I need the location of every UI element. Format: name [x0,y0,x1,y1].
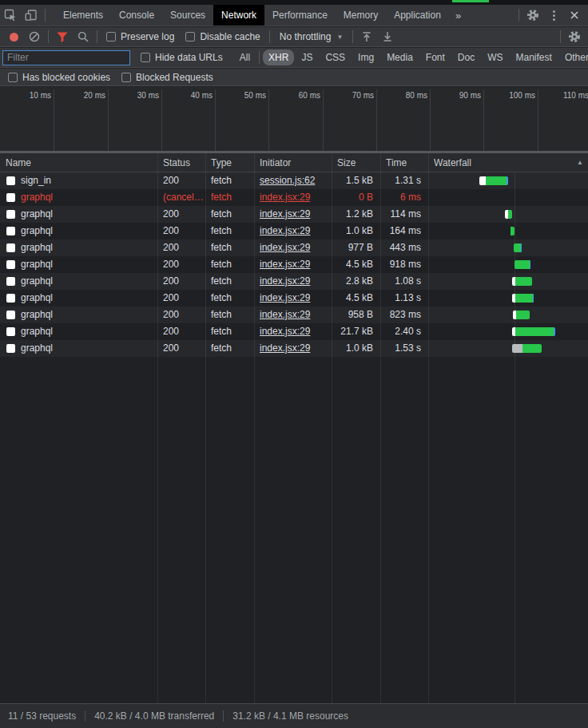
initiator-link[interactable]: index.jsx:29 [260,292,310,303]
search-button[interactable] [73,26,93,47]
requests-count: 11 / 53 requests [8,710,76,722]
filter-js[interactable]: JS [296,49,318,65]
filter-img[interactable]: Img [352,49,379,65]
table-row[interactable]: graphql 200 fetch index.jsx:29 4.5 kB 91… [0,256,588,273]
more-tabs-button[interactable]: » [449,5,467,26]
close-devtools-button[interactable] [564,5,585,26]
export-har-button[interactable] [377,26,398,47]
request-name: graphql [21,323,53,340]
waterfall-bar[interactable] [512,327,555,336]
tick-label: 80 ms [406,91,427,100]
initiator-link[interactable]: index.jsx:29 [260,259,310,270]
filter-font[interactable]: Font [420,49,451,65]
separator [45,9,46,22]
column-header-initiator[interactable]: Initiator [254,153,332,172]
inspect-element-button[interactable] [0,5,21,26]
column-header-type[interactable]: Type [205,153,254,172]
checkbox-icon [121,73,131,82]
filter-ws[interactable]: WS [482,49,508,65]
filter-input[interactable] [2,50,130,65]
table-row[interactable]: graphql 200 fetch index.jsx:29 21.7 kB 2… [0,323,588,340]
tab-application[interactable]: Application [386,5,449,26]
tick-label: 50 ms [244,91,266,100]
table-row[interactable]: graphql 200 fetch index.jsx:29 1.2 kB 11… [0,206,588,223]
more-options-button[interactable] [543,5,564,26]
column-header-waterfall[interactable]: Waterfall ▲ [428,153,588,172]
tab-console[interactable]: Console [111,5,162,26]
filter-media[interactable]: Media [381,49,419,65]
waterfall-bar[interactable] [511,227,514,235]
column-header-status[interactable]: Status [157,153,205,172]
table-row[interactable]: graphql 200 fetch index.jsx:29 1.0 kB 16… [0,223,588,239]
disable-cache-label: Disable cache [200,31,260,42]
request-name: graphql [21,189,53,206]
waterfall-bar[interactable] [505,210,512,219]
waterfall-bar[interactable] [479,176,508,185]
filter-doc[interactable]: Doc [452,49,480,65]
import-har-button[interactable] [356,26,377,47]
initiator-link[interactable]: index.jsx:29 [260,275,310,287]
tab-network[interactable]: Network [213,5,264,26]
initiator-link[interactable]: index.jsx:29 [260,225,310,236]
device-toolbar-button[interactable] [21,5,42,26]
initiator-link[interactable]: session.js:62 [260,175,315,186]
network-toolbar: Preserve log Disable cache No throttling… [0,27,588,47]
filter-xhr[interactable]: XHR [263,49,294,65]
request-status: 200 [157,323,205,340]
preserve-log-checkbox[interactable]: Preserve log [106,31,174,42]
file-icon [6,327,15,336]
waterfall-cell [428,172,588,189]
initiator-link[interactable]: index.jsx:29 [260,342,310,354]
table-row[interactable]: graphql 200 fetch index.jsx:29 958 B 823… [0,307,588,323]
throttling-dropdown[interactable]: No throttling ▼ [280,31,344,42]
request-time: 823 ms [380,307,428,323]
table-row[interactable]: graphql (cancel… fetch index.jsx:29 0 B … [0,189,588,206]
waterfall-bar[interactable] [514,243,522,252]
table-row[interactable]: graphql 200 fetch index.jsx:29 977 B 443… [0,239,588,256]
network-settings-button[interactable] [564,26,585,47]
tab-performance[interactable]: Performance [264,5,336,26]
hide-data-urls-checkbox[interactable]: Hide data URLs [141,52,223,63]
filter-css[interactable]: CSS [320,49,351,65]
tab-memory[interactable]: Memory [336,5,386,26]
record-network-log-button[interactable] [3,26,24,47]
tab-sources[interactable]: Sources [162,5,213,26]
blocked-requests-checkbox[interactable]: Blocked Requests [121,72,213,83]
initiator-link[interactable]: index.jsx:29 [260,208,310,220]
tab-elements[interactable]: Elements [55,5,111,26]
filter-other[interactable]: Other [559,49,588,65]
file-icon [6,277,15,286]
device-toolbar-icon [25,9,38,22]
request-time: 1.08 s [380,273,428,290]
settings-button[interactable] [522,5,543,26]
waterfall-bar[interactable] [512,344,542,353]
waterfall-bar[interactable] [514,260,530,269]
filter-all[interactable]: All [234,49,256,65]
waterfall-bar[interactable] [513,311,530,319]
has-blocked-cookies-checkbox[interactable]: Has blocked cookies [8,72,110,83]
column-header-size[interactable]: Size [332,153,380,172]
table-row[interactable]: graphql 200 fetch index.jsx:29 4.5 kB 1.… [0,290,588,307]
tick-label: 60 ms [299,91,320,100]
request-name-cell: graphql [0,290,157,307]
request-name-cell: graphql [0,189,157,206]
request-name-cell: graphql [0,206,157,223]
waterfall-bar[interactable] [512,277,532,286]
filter-toggle-button[interactable] [52,26,73,47]
column-header-name[interactable]: Name [0,153,157,172]
filter-manifest[interactable]: Manifest [511,49,558,65]
request-time: 443 ms [380,239,428,256]
initiator-link[interactable]: index.jsx:29 [260,309,310,320]
column-header-time[interactable]: Time [380,153,428,172]
waterfall-bar[interactable] [512,294,534,303]
table-row[interactable]: graphql 200 fetch index.jsx:29 2.8 kB 1.… [0,273,588,290]
initiator-link[interactable]: index.jsx:29 [260,192,310,203]
clear-network-log-button[interactable] [24,26,45,47]
network-overview-timeline[interactable]: 10 ms 20 ms 30 ms 40 ms 50 ms 60 ms 70 m… [0,87,588,153]
disable-cache-checkbox[interactable]: Disable cache [185,31,260,42]
table-row[interactable]: sign_in 200 fetch session.js:62 1.5 kB 1… [0,172,588,189]
table-row[interactable]: graphql 200 fetch index.jsx:29 1.0 kB 1.… [0,340,588,357]
initiator-link[interactable]: index.jsx:29 [260,242,310,253]
initiator-link[interactable]: index.jsx:29 [260,326,310,337]
resource-type-filters: All XHR JS CSS Img Media Font Doc WS Man… [233,49,588,65]
